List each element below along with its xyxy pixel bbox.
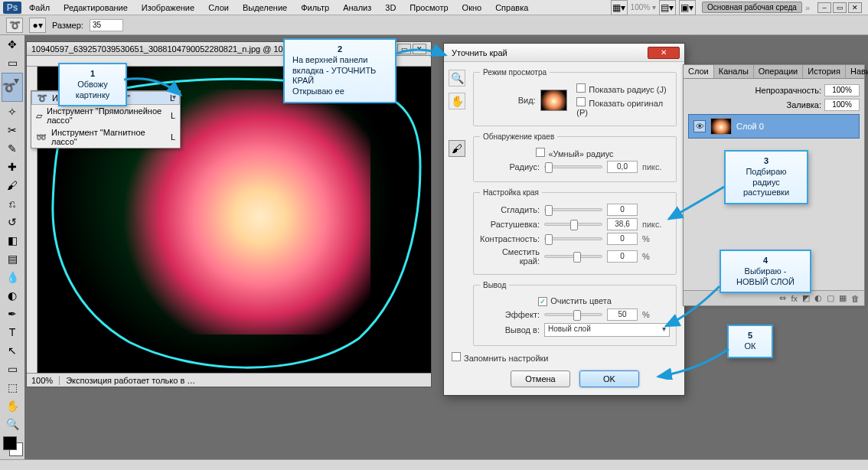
- brush-preset-icon[interactable]: ●▾: [29, 18, 46, 33]
- shift-value[interactable]: 0: [607, 250, 638, 263]
- doc-zoom[interactable]: 100%: [31, 376, 53, 385]
- adjustment-icon[interactable]: ◐: [814, 293, 822, 303]
- move-tool-icon[interactable]: ✥: [2, 36, 23, 53]
- tab-layers[interactable]: Слои: [684, 65, 714, 78]
- refine-brush-icon[interactable]: 🖌: [449, 140, 465, 157]
- shape-tool-icon[interactable]: ▭: [2, 361, 23, 377]
- menu-filter[interactable]: Фильтр: [295, 2, 335, 14]
- view-thumbnail[interactable]: [540, 90, 568, 111]
- amount-value[interactable]: 50: [607, 308, 638, 321]
- menu-file[interactable]: Файл: [23, 2, 56, 14]
- tab-history[interactable]: История: [803, 65, 846, 78]
- dialog-title: Уточнить край: [452, 48, 507, 57]
- ok-button[interactable]: OK: [579, 370, 639, 387]
- tab-channels[interactable]: Каналы: [714, 65, 754, 78]
- maximize-button[interactable]: ▭: [833, 2, 847, 13]
- show-radius-checkbox[interactable]: Показать радиус (J): [576, 83, 670, 94]
- cancel-button[interactable]: Отмена: [511, 370, 570, 387]
- show-original-checkbox[interactable]: Показать оригинал (P): [576, 97, 670, 117]
- brush-tool-icon[interactable]: 🖌: [2, 177, 23, 194]
- workspace-switcher[interactable]: Основная рабочая среда: [702, 2, 802, 13]
- size-input[interactable]: 35: [90, 19, 123, 31]
- fill-input[interactable]: 100%: [824, 99, 860, 111]
- hand-tool-icon[interactable]: ✋: [2, 397, 23, 414]
- menu-analysis[interactable]: Анализ: [337, 2, 377, 14]
- amount-slider[interactable]: [544, 313, 602, 316]
- contrast-slider[interactable]: [544, 237, 602, 240]
- magnetic-lasso-option[interactable]: ➿ Инструмент "Магнитное лассо" L: [31, 126, 180, 148]
- menu-image[interactable]: Изображение: [135, 2, 201, 14]
- marquee-tool-icon[interactable]: ▭: [2, 54, 23, 71]
- menu-layers[interactable]: Слои: [202, 2, 235, 14]
- smooth-value[interactable]: 0: [607, 204, 638, 216]
- path-select-icon[interactable]: ↖: [2, 342, 23, 359]
- color-swatches[interactable]: [0, 433, 24, 459]
- amount-label: Эффект:: [480, 310, 540, 319]
- eraser-tool-icon[interactable]: ◧: [2, 232, 23, 249]
- output-to-select[interactable]: Новый слой: [544, 323, 670, 337]
- arrange-docs-icon[interactable]: ▤▾: [659, 0, 676, 15]
- minimize-button[interactable]: –: [817, 2, 831, 13]
- folder-icon[interactable]: ▢: [827, 293, 834, 303]
- smooth-slider[interactable]: [544, 208, 602, 211]
- feather-value[interactable]: 38,6: [607, 218, 638, 230]
- new-layer-icon[interactable]: ▦: [839, 293, 847, 303]
- opacity-input[interactable]: 100%: [824, 84, 860, 96]
- wand-tool-icon[interactable]: ✧: [2, 103, 23, 120]
- callout-3: 3 Подбираю радиус растушевки: [724, 150, 808, 204]
- gradient-tool-icon[interactable]: ▤: [2, 250, 23, 267]
- blur-tool-icon[interactable]: 💧: [2, 269, 23, 286]
- zoom-level[interactable]: 100% ▾: [631, 3, 656, 11]
- shift-slider[interactable]: [544, 255, 602, 258]
- callout-2: 2 На верхней панели вкладка - УТОЧНИТЬ К…: [283, 38, 396, 103]
- 3d-tool-icon[interactable]: ⬚: [2, 379, 23, 396]
- visibility-toggle-icon[interactable]: 👁: [693, 120, 706, 132]
- link-icon[interactable]: ⇔: [779, 293, 786, 303]
- history-brush-icon[interactable]: ↺: [2, 214, 23, 230]
- feather-slider[interactable]: [544, 223, 602, 226]
- contrast-value[interactable]: 0: [607, 233, 638, 245]
- tab-navigator[interactable]: Навигатор: [846, 65, 868, 78]
- screen-mode-icon[interactable]: ▣▾: [679, 0, 696, 15]
- zoom-icon[interactable]: 🔍: [449, 70, 465, 86]
- tab-actions[interactable]: Операции: [754, 65, 803, 78]
- radius-value[interactable]: 0,0: [607, 161, 638, 173]
- menu-view[interactable]: Просмотр: [403, 2, 454, 14]
- fx-icon[interactable]: fx: [791, 294, 798, 303]
- poly-lasso-option[interactable]: ▱ Инструмент "Прямолинейное лассо" L: [31, 105, 180, 126]
- dodge-tool-icon[interactable]: ◐: [2, 287, 23, 304]
- menu-3d[interactable]: 3D: [379, 2, 402, 14]
- remember-checkbox[interactable]: Запомнить настройки: [452, 352, 549, 363]
- crop-tool-icon[interactable]: ✂: [2, 122, 23, 139]
- lasso-tool-icon[interactable]: ➰: [2, 73, 23, 102]
- panel-tabs: Слои Каналы Операции История Навигатор: [684, 65, 864, 79]
- zoom-tool-icon[interactable]: 🔍: [2, 416, 23, 432]
- doc-max-button[interactable]: ▭: [397, 44, 411, 54]
- foreground-color[interactable]: [3, 436, 17, 450]
- workspace-more-icon[interactable]: »: [805, 3, 810, 12]
- close-button[interactable]: ✕: [848, 2, 862, 13]
- menu-help[interactable]: Справка: [489, 2, 534, 14]
- decontaminate-checkbox[interactable]: ✓Очистить цвета: [538, 296, 612, 306]
- layer-item[interactable]: 👁 Слой 0: [688, 114, 860, 139]
- hand-icon[interactable]: ✋: [449, 93, 465, 109]
- dialog-titlebar[interactable]: Уточнить край ✕: [444, 44, 684, 62]
- trash-icon[interactable]: 🗑: [851, 294, 860, 303]
- pen-tool-icon[interactable]: ✒: [2, 305, 23, 322]
- eyedropper-tool-icon[interactable]: ✎: [2, 140, 23, 157]
- edge-detection-group: Обнаружение краев «Умный» радиус Радиус:…: [473, 132, 677, 182]
- menu-edit[interactable]: Редактирование: [57, 2, 134, 14]
- tool-preset-icon[interactable]: ➰: [6, 18, 23, 33]
- smart-radius-checkbox[interactable]: «Умный» радиус: [536, 148, 613, 158]
- type-tool-icon[interactable]: T: [2, 324, 23, 341]
- mask-icon[interactable]: ◩: [802, 293, 810, 303]
- menu-window[interactable]: Окно: [456, 2, 488, 14]
- doc-close-button[interactable]: ✕: [413, 44, 426, 54]
- menu-select[interactable]: Выделение: [237, 2, 293, 14]
- dialog-close-button[interactable]: ✕: [648, 47, 680, 59]
- healing-tool-icon[interactable]: ✚: [2, 158, 23, 175]
- options-bar: ➰ ●▾ Размер: 35: [0, 15, 868, 35]
- stamp-tool-icon[interactable]: ⎌: [2, 195, 23, 212]
- launch-bridge-icon[interactable]: ▦▾: [611, 0, 628, 15]
- radius-slider[interactable]: [544, 165, 602, 168]
